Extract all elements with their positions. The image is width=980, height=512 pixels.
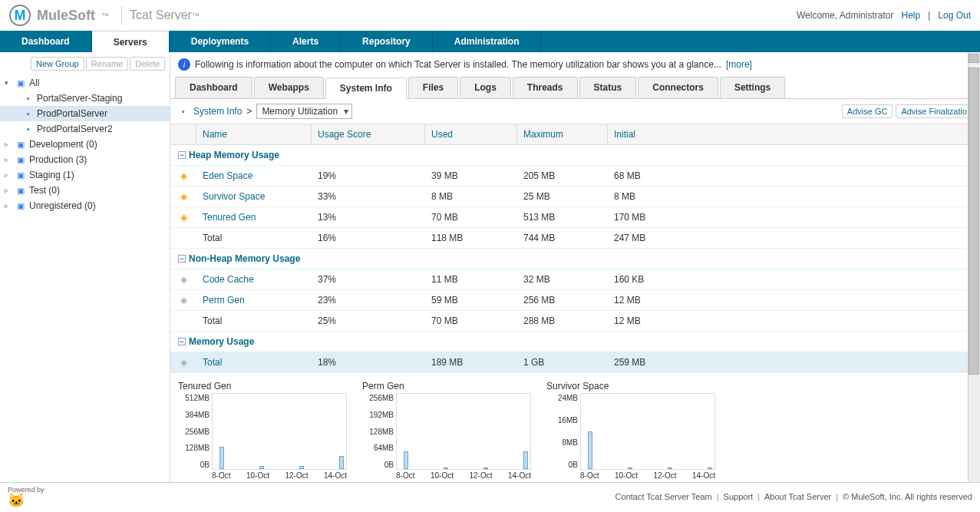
nav-alerts[interactable]: Alerts [271, 31, 341, 52]
subtab-dashboard[interactable]: Dashboard [175, 77, 252, 98]
pool-name[interactable]: Eden Space [196, 169, 312, 183]
group-icon: ▣ [15, 185, 26, 196]
section-header[interactable]: −Heap Memory Usage [170, 145, 980, 166]
memory-pool-icon: ◈ [180, 212, 187, 223]
init-value: 12 MB [608, 293, 980, 307]
col-used[interactable]: Used [425, 124, 517, 144]
col-usage[interactable]: Usage Score [312, 124, 425, 144]
collapse-icon[interactable]: − [178, 151, 186, 159]
subtab-connectors[interactable]: Connectors [638, 77, 718, 98]
chart-bar [219, 447, 224, 469]
advise-finalization-button[interactable]: Advise Finalizatio [896, 104, 972, 118]
memory-select[interactable]: Memory Utilization [256, 104, 352, 119]
subtab-webapps[interactable]: Webapps [254, 77, 324, 98]
col-name[interactable]: Name [196, 124, 312, 144]
nav-deployments[interactable]: Deployments [170, 31, 271, 52]
logo: M MuleSoft ™ Tcat Server™ [9, 5, 200, 26]
usage-value: 23% [312, 293, 425, 307]
subtab-system-info[interactable]: System Info [325, 78, 407, 99]
support-link[interactable]: Support [724, 492, 754, 501]
expand-icon[interactable]: ▹ [5, 156, 12, 164]
nav-administration[interactable]: Administration [433, 31, 542, 52]
pool-name[interactable]: Code Cache [196, 273, 312, 286]
subtab-status[interactable]: Status [579, 77, 637, 98]
contact-link[interactable]: Contact Tcat Server Team [615, 492, 712, 501]
y-axis-labels: 256MB192MB128MB64MB0B [363, 394, 394, 469]
sysinfo-link[interactable]: System Info [193, 106, 242, 117]
tree-group[interactable]: ▹▣Production (3) [0, 152, 170, 167]
max-value: 32 MB [517, 273, 608, 286]
tree-server[interactable]: ▪ProdPortalServer2 [0, 121, 170, 137]
table-row: Total 25% 70 MB 288 MB 12 MB [170, 311, 980, 332]
max-value: 288 MB [517, 314, 608, 328]
scroll-thumb[interactable] [968, 68, 979, 375]
server-label: ProdPortalServer [37, 108, 107, 119]
collapse-icon[interactable]: − [178, 338, 186, 345]
used-value: 11 MB [425, 273, 517, 286]
tree-server[interactable]: ▪PortalServer-Staging [0, 91, 170, 106]
expand-icon[interactable]: ▹ [5, 140, 12, 148]
section-title: Heap Memory Usage [189, 150, 279, 160]
scroll-up-icon[interactable] [968, 54, 979, 63]
scrollbar[interactable] [968, 52, 980, 482]
chart-title: Survivor Space [546, 381, 715, 391]
section-header[interactable]: −Memory Usage [170, 332, 980, 352]
chart-area: 512MB384MB256MB128MB0B [212, 393, 347, 470]
mulesoft-logo-icon: M [9, 5, 31, 26]
chart-title: Tenured Gen [178, 381, 347, 391]
subtab-settings[interactable]: Settings [720, 77, 785, 98]
tree-group[interactable]: ▹▣Unregistered (0) [0, 198, 170, 213]
nav-servers[interactable]: Servers [92, 31, 170, 52]
about-link[interactable]: About Tcat Server [764, 492, 831, 501]
tree-group[interactable]: ▹▣Development (0) [0, 137, 170, 152]
chart-bar [628, 467, 632, 469]
init-value: 12 MB [608, 314, 980, 328]
new-group-button[interactable]: New Group [31, 57, 84, 71]
chart-bar [668, 467, 672, 469]
nav-dashboard[interactable]: Dashboard [0, 31, 92, 52]
section-header[interactable]: −Non-Heap Memory Usage [170, 249, 980, 269]
used-value: 70 MB [425, 210, 517, 224]
main-nav: DashboardServersDeploymentsAlertsReposit… [0, 31, 980, 52]
chart-bar [483, 467, 488, 469]
tree-group[interactable]: ▹▣Staging (1) [0, 167, 170, 183]
pool-name[interactable]: Total [196, 355, 312, 369]
pool-name[interactable]: Tenured Gen [196, 210, 312, 224]
chart-bar [404, 451, 408, 469]
subtab-files[interactable]: Files [408, 77, 458, 98]
rename-button[interactable]: Rename [86, 57, 129, 71]
tree-server[interactable]: ▪ProdPortalServer [0, 106, 170, 121]
section-title: Non-Heap Memory Usage [189, 253, 300, 264]
chart-bar [588, 431, 592, 469]
init-value: 170 MB [608, 210, 980, 224]
sidebar: New Group Rename Delete ▾▣All▪PortalServ… [0, 52, 170, 482]
advise-gc-button[interactable]: Advise GC [842, 104, 893, 118]
table-row: ◈ Tenured Gen 13% 70 MB 513 MB 170 MB [170, 207, 980, 228]
used-value: 39 MB [425, 169, 517, 183]
expand-icon[interactable]: ▾ [5, 79, 12, 87]
collapse-icon[interactable]: − [178, 255, 186, 263]
help-link[interactable]: Help [901, 10, 920, 21]
chart-title: Perm Gen [362, 381, 531, 391]
usage-value: 25% [312, 314, 425, 328]
pool-name[interactable]: Perm Gen [196, 293, 312, 307]
subtab-threads[interactable]: Threads [513, 77, 578, 98]
subtab-logs[interactable]: Logs [460, 77, 511, 98]
delete-button[interactable]: Delete [130, 57, 165, 71]
logout-link[interactable]: Log Out [938, 10, 971, 21]
expand-icon[interactable]: ▹ [5, 202, 12, 210]
tree-group[interactable]: ▾▣All [0, 75, 170, 91]
nav-repository[interactable]: Repository [341, 31, 433, 52]
pool-name: Total [196, 231, 312, 245]
more-link[interactable]: [more] [726, 59, 752, 70]
expand-icon[interactable]: ▹ [5, 187, 12, 194]
usage-value: 18% [312, 355, 425, 369]
col-max[interactable]: Maximum [517, 124, 608, 144]
pool-name[interactable]: Survivor Space [196, 190, 312, 203]
tree-group[interactable]: ▹▣Test (0) [0, 183, 170, 198]
init-value: 160 KB [608, 273, 980, 286]
init-value: 8 MB [608, 190, 980, 203]
col-init[interactable]: Initial [608, 124, 980, 144]
charts-row: Tenured Gen 512MB384MB256MB128MB0B 8-Oct… [170, 373, 980, 480]
expand-icon[interactable]: ▹ [5, 171, 12, 179]
